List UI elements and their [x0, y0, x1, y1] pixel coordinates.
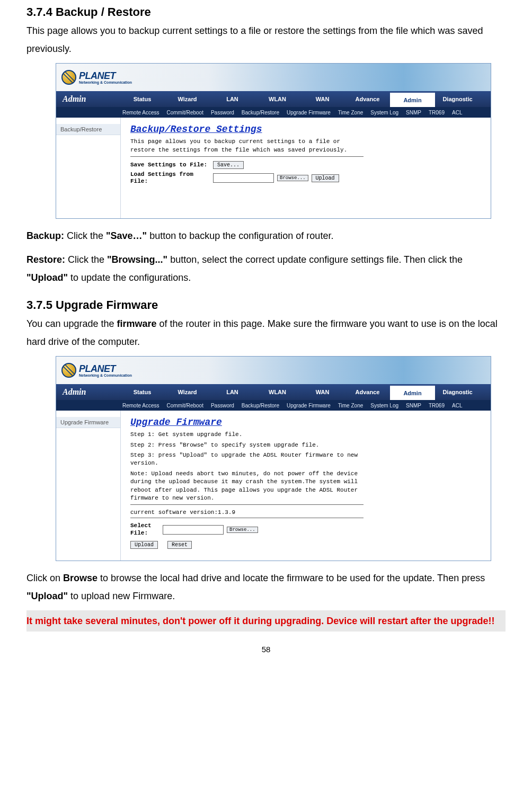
nav-main: Admin Status Wizard LAN WLAN WAN Advance… — [56, 384, 491, 400]
subnav-time-zone[interactable]: Time Zone — [338, 110, 363, 115]
section-intro-2: You can upgrade the firmware of the rout… — [26, 315, 506, 351]
nav-sub: Remote Access Commit/Reboot Password Bac… — [56, 400, 491, 411]
subnav-tr069[interactable]: TR069 — [429, 110, 445, 115]
reset-button[interactable]: Reset — [167, 541, 192, 549]
save-settings-label: Save Settings to File: — [130, 162, 210, 168]
subnav-snmp[interactable]: SNMP — [406, 110, 421, 115]
load-file-input[interactable] — [213, 173, 274, 183]
subnav-remote-access[interactable]: Remote Access — [122, 110, 159, 115]
subnav-commit-reboot[interactable]: Commit/Reboot — [166, 403, 203, 408]
subnav-password[interactable]: Password — [211, 403, 234, 408]
nav-main: Admin Status Wizard LAN WLAN WAN Advance… — [56, 91, 491, 107]
logo-tagline: Networking & Communication — [79, 374, 132, 377]
tab-wlan[interactable]: WLAN — [255, 91, 300, 107]
router-screenshot-backup: PLANET Networking & Communication Admin … — [56, 63, 491, 219]
panel-title-backup: Backup/Restore Settings — [130, 124, 481, 135]
banner: PLANET Networking & Communication — [56, 357, 491, 384]
panel-title-upgrade: Upgrade Firmware — [130, 417, 481, 428]
sidebar: Upgrade Firmware — [56, 411, 121, 561]
upload-button[interactable]: Upload — [130, 541, 158, 549]
sidebar: Backup/Restore — [56, 118, 121, 218]
subnav-remote-access[interactable]: Remote Access — [122, 403, 159, 408]
panel-desc-backup: This page allows you to backup current s… — [130, 138, 363, 154]
logo-name: PLANET — [79, 71, 132, 81]
logo-globe-icon — [61, 363, 76, 378]
main-panel-upgrade: Upgrade Firmware Step 1: Get system upgr… — [121, 411, 491, 561]
sidebar-item-backup-restore[interactable]: Backup/Restore — [56, 124, 120, 135]
tab-lan[interactable]: LAN — [210, 384, 255, 400]
software-version: current software version:1.3.9 — [130, 509, 481, 515]
sidebar-item-upgrade-firmware[interactable]: Upgrade Firmware — [56, 417, 120, 428]
nav-sub: Remote Access Commit/Reboot Password Bac… — [56, 107, 491, 118]
main-panel-backup: Backup/Restore Settings This page allows… — [121, 118, 491, 218]
step-3: Step 3: press "Upload" to upgrade the AD… — [130, 451, 363, 468]
restore-instruction: Restore: Click the "Browsing..." button,… — [26, 251, 506, 287]
tab-admin[interactable]: Admin — [390, 384, 435, 400]
tab-wlan[interactable]: WLAN — [255, 384, 300, 400]
banner: PLANET Networking & Communication — [56, 64, 491, 91]
upload-button[interactable]: Upload — [312, 174, 339, 182]
tab-wan[interactable]: WAN — [300, 384, 345, 400]
logo-globe-icon — [61, 70, 76, 85]
subnav-time-zone[interactable]: Time Zone — [338, 403, 363, 408]
router-screenshot-upgrade: PLANET Networking & Communication Admin … — [56, 356, 491, 561]
subnav-tr069[interactable]: TR069 — [429, 403, 445, 408]
tab-lan[interactable]: LAN — [210, 91, 255, 107]
load-settings-label: Load Settings from File: — [130, 171, 210, 185]
step-1: Step 1: Get system upgrade file. — [130, 431, 363, 439]
subnav-system-log[interactable]: System Log — [370, 403, 398, 408]
tab-status[interactable]: Status — [120, 91, 165, 107]
section-intro-1: This page allows you to backup current s… — [26, 22, 506, 58]
subnav-upgrade-firmware[interactable]: Upgrade Firmware — [287, 110, 331, 115]
warning-text: It might take several minutes, don't pow… — [26, 610, 506, 632]
save-button[interactable]: Save... — [213, 161, 244, 169]
section-heading-upgrade-firmware: 3.7.5 Upgrade Firmware — [26, 298, 506, 312]
tab-diagnostic[interactable]: Diagnostic — [435, 91, 480, 107]
subnav-acl[interactable]: ACL — [452, 403, 462, 408]
select-file-input[interactable] — [163, 525, 224, 535]
subnav-commit-reboot[interactable]: Commit/Reboot — [166, 110, 203, 115]
tab-advance[interactable]: Advance — [345, 384, 390, 400]
section-heading-backup-restore: 3.7.4 Backup / Restore — [26, 5, 506, 19]
select-file-label: Select File: — [130, 522, 159, 536]
divider — [130, 518, 363, 518]
page-number: 58 — [26, 645, 506, 654]
backup-instruction: Backup: Click the "Save…" button to back… — [26, 227, 506, 245]
tab-wan[interactable]: WAN — [300, 91, 345, 107]
browse-button[interactable]: Browse... — [277, 175, 308, 181]
tab-advance[interactable]: Advance — [345, 91, 390, 107]
logo-name: PLANET — [79, 364, 132, 374]
subnav-backup-restore[interactable]: Backup/Restore — [242, 110, 279, 115]
nav-brand: Admin — [56, 91, 120, 107]
logo-tagline: Networking & Communication — [79, 81, 132, 84]
divider — [130, 156, 363, 157]
browse-button[interactable]: Browse... — [227, 527, 258, 533]
subnav-backup-restore[interactable]: Backup/Restore — [242, 403, 279, 408]
step-note: Note: Upload needs abort two minutes, do… — [130, 470, 363, 503]
upgrade-outro: Click on Browse to browse the local had … — [26, 569, 506, 605]
nav-brand: Admin — [56, 384, 120, 400]
tab-wizard[interactable]: Wizard — [165, 384, 210, 400]
divider — [130, 504, 363, 505]
subnav-system-log[interactable]: System Log — [370, 110, 398, 115]
tab-status[interactable]: Status — [120, 384, 165, 400]
tab-diagnostic[interactable]: Diagnostic — [435, 384, 480, 400]
tab-wizard[interactable]: Wizard — [165, 91, 210, 107]
subnav-acl[interactable]: ACL — [452, 110, 462, 115]
logo: PLANET Networking & Communication — [61, 363, 132, 378]
subnav-password[interactable]: Password — [211, 110, 234, 115]
subnav-snmp[interactable]: SNMP — [406, 403, 421, 408]
step-2: Step 2: Press "Browse" to specify system… — [130, 441, 363, 449]
subnav-upgrade-firmware[interactable]: Upgrade Firmware — [287, 403, 331, 408]
tab-admin[interactable]: Admin — [390, 91, 435, 107]
logo: PLANET Networking & Communication — [61, 70, 132, 85]
